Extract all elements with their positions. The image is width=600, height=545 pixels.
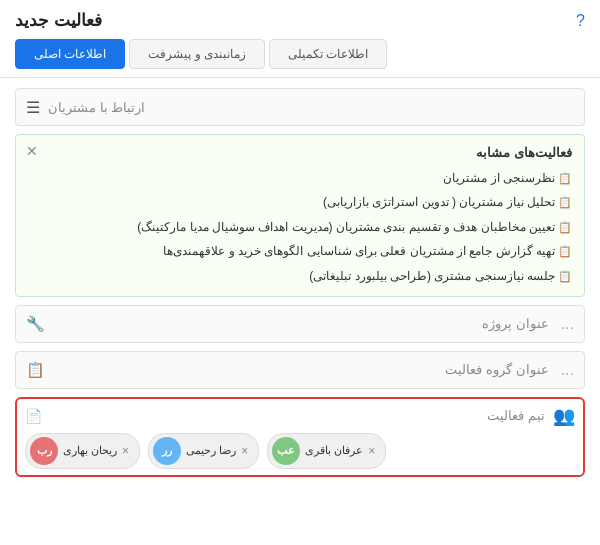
page-title: فعالیت جدید	[15, 10, 102, 31]
member-name: عرفان باقری	[305, 444, 363, 457]
member-name: ریحان بهاری	[63, 444, 117, 457]
list-item[interactable]: تهیه گزارش جامع از مشتریان فعلی برای شنا…	[26, 241, 572, 261]
member-remove-button[interactable]: ×	[241, 444, 248, 458]
list-item[interactable]: نظرسنجی از مشتریان	[26, 168, 572, 188]
list-item[interactable]: تحلیل نیاز مشتریان ( تدوین استراتژی بازا…	[26, 192, 572, 212]
tab-supplementary[interactable]: اطلاعات تکمیلی	[269, 39, 387, 69]
help-icon[interactable]: ?	[576, 12, 585, 30]
project-icon: 🔧	[26, 315, 45, 333]
avatar: عب	[272, 437, 300, 465]
activity-group-label: عنوان گروه فعالیت	[53, 362, 549, 377]
close-similar-button[interactable]: ✕	[26, 143, 38, 159]
team-section: 👥 تیم فعالیت 📄 × عرفان باقری عب × رضا رح…	[15, 397, 585, 477]
avatar: رر	[153, 437, 181, 465]
connection-label: ارتباط با مشتریان	[48, 100, 145, 115]
divider	[0, 77, 600, 78]
activity-group-dots: ...	[561, 361, 574, 379]
team-doc-icon: 📄	[25, 408, 42, 424]
member-name: رضا رحیمی	[186, 444, 236, 457]
team-header: 👥 تیم فعالیت 📄	[25, 405, 575, 427]
activity-group-icon: 📋	[26, 361, 45, 379]
tab-progress[interactable]: زمانبندی و پیشرفت	[129, 39, 265, 69]
tab-main[interactable]: اطلاعات اصلی	[15, 39, 125, 69]
avatar: رب	[30, 437, 58, 465]
tabs-container: اطلاعات تکمیلی زمانبندی و پیشرفت اطلاعات…	[0, 39, 600, 69]
member-remove-button[interactable]: ×	[368, 444, 375, 458]
list-item[interactable]: جلسه نیازسنجی مشتری (طراحی بیلبورد تبلیغ…	[26, 266, 572, 286]
project-dots: ...	[561, 315, 574, 333]
connection-field[interactable]: ارتباط با مشتریان ☰	[15, 88, 585, 126]
team-members-list: × عرفان باقری عب × رضا رحیمی رر × ریحان …	[25, 433, 575, 469]
project-label: عنوان پروژه	[53, 316, 549, 331]
similar-activities-panel: ✕ فعالیت‌های مشابه نظرسنجی از مشتریان تح…	[15, 134, 585, 297]
activity-group-field[interactable]: ... عنوان گروه فعالیت 📋	[15, 351, 585, 389]
member-tag[interactable]: × ریحان بهاری رب	[25, 433, 140, 469]
team-users-icon: 👥	[553, 405, 575, 427]
member-tag[interactable]: × عرفان باقری عب	[267, 433, 386, 469]
main-content: ارتباط با مشتریان ☰ ✕ فعالیت‌های مشابه ن…	[0, 88, 600, 545]
member-remove-button[interactable]: ×	[122, 444, 129, 458]
project-field[interactable]: ... عنوان پروژه 🔧	[15, 305, 585, 343]
list-item[interactable]: تعیین مخاطبان هدف و تقسیم بندی مشتریان (…	[26, 217, 572, 237]
similar-activities-title: فعالیت‌های مشابه	[26, 145, 572, 160]
header: ? فعالیت جدید	[0, 0, 600, 39]
team-label: تیم فعالیت	[50, 408, 545, 423]
similar-activities-list: نظرسنجی از مشتریان تحلیل نیاز مشتریان ( …	[26, 168, 572, 286]
list-icon: ☰	[26, 98, 40, 117]
page: ? فعالیت جدید اطلاعات تکمیلی زمانبندی و …	[0, 0, 600, 545]
member-tag[interactable]: × رضا رحیمی رر	[148, 433, 259, 469]
